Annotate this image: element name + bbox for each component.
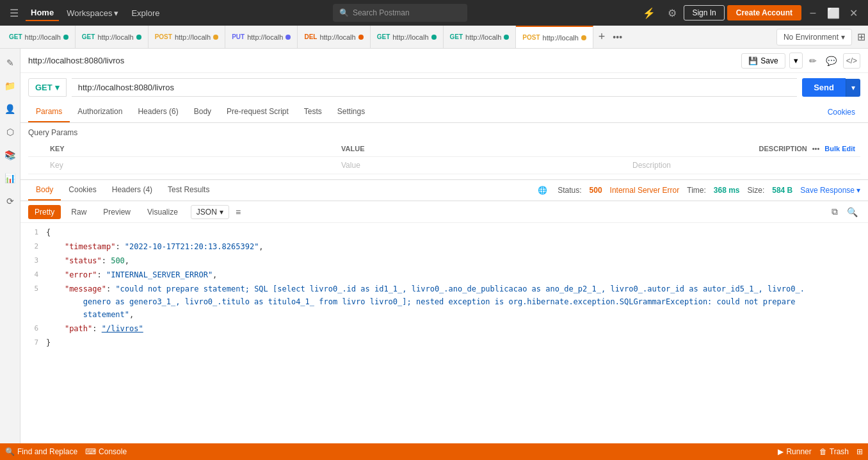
tab-url: http://localh [97, 33, 133, 41]
tab-6[interactable]: GET http://localh [371, 26, 444, 49]
params-more-button[interactable]: ••• [812, 145, 820, 152]
satellite-icon[interactable]: ⚡ [640, 4, 658, 22]
find-replace-button[interactable]: 🔍 Find and Replace [5, 447, 77, 456]
tab-4[interactable]: PUT http://localh [225, 26, 298, 49]
minimize-icon[interactable]: – [804, 4, 822, 22]
tab-authorization[interactable]: Authorization [70, 102, 130, 122]
more-tabs-button[interactable]: ••• [610, 32, 625, 42]
res-tab-headers[interactable]: Headers (4) [104, 180, 160, 201]
layout-icon[interactable]: ⊞ [857, 31, 865, 43]
res-tab-cookies[interactable]: Cookies [61, 180, 104, 201]
nav-workspaces[interactable]: Workspaces ▾ [61, 6, 124, 21]
create-account-button[interactable]: Create Account [727, 5, 801, 21]
response-toolbar: Pretty Raw Preview Visualize JSON ▾ ≡ ⧉ … [20, 201, 868, 223]
tabs-actions: + ••• [596, 30, 625, 44]
send-dropdown-button[interactable]: ▾ [846, 79, 860, 97]
tab-url: http://localh [25, 33, 61, 41]
res-tab-body[interactable]: Body [28, 180, 61, 201]
header-actions: 💾 Save ▾ ✏ 💬 </> [741, 53, 860, 69]
tab-2[interactable]: GET http://localh [76, 26, 149, 49]
time-label: Time: [687, 186, 706, 195]
tab-dot [358, 35, 364, 40]
sign-in-button[interactable]: Sign In [684, 5, 724, 21]
sidebar-icon-api[interactable]: ⬡ [1, 123, 19, 141]
add-tab-button[interactable]: + [596, 30, 608, 44]
maximize-icon[interactable]: ⬜ [824, 4, 842, 22]
res-tab-testresults[interactable]: Test Results [160, 180, 217, 201]
search-response-icon[interactable]: 🔍 [844, 204, 860, 220]
key-cell[interactable]: Key [45, 157, 336, 174]
menu-icon[interactable]: ☰ [5, 4, 23, 22]
tab-dot [504, 35, 509, 40]
sidebar-icon-history[interactable]: ⟳ [1, 192, 19, 210]
tab-settings[interactable]: Settings [330, 102, 373, 122]
tab-1[interactable]: GET http://localh [3, 26, 76, 49]
trash-button[interactable]: 🗑 Trash [819, 447, 849, 456]
save-dropdown-button[interactable]: ▾ [789, 53, 803, 69]
nav-explore[interactable]: Explore [126, 6, 165, 21]
tab-params[interactable]: Params [28, 102, 70, 122]
desc-cell[interactable]: Description [627, 157, 860, 174]
globe-icon[interactable]: 🌐 [538, 186, 547, 195]
tab-8[interactable]: POST http://localh [516, 26, 593, 49]
save-button[interactable]: 💾 Save [741, 53, 785, 69]
sidebar-icon-new[interactable]: ✎ [1, 54, 19, 72]
tab-body[interactable]: Body [186, 102, 219, 122]
bottom-right: ▶ Runner 🗑 Trash ⊞ [778, 447, 863, 456]
code-view[interactable]: 1 { 2 "timestamp": "2022-10-17T21:20:13.… [20, 223, 868, 443]
code-line-6: 6 "path": "/livros" [20, 322, 868, 336]
view-raw-button[interactable]: Raw [65, 205, 93, 219]
code-icon[interactable]: </> [843, 53, 860, 69]
search-placeholder: Search Postman [353, 8, 410, 17]
request-tabs: Params Authorization Headers (6) Body Pr… [20, 102, 868, 123]
method-select[interactable]: GET ▾ [28, 78, 67, 97]
bulk-edit-button[interactable]: Bulk Edit [824, 145, 855, 152]
tab-dot [431, 35, 437, 40]
env-selector[interactable]: No Environment ▾ [776, 29, 852, 45]
tab-url: http://localh [319, 33, 355, 41]
sidebar-icon-library[interactable]: 📚 [1, 146, 19, 164]
view-pretty-button[interactable]: Pretty [28, 205, 61, 219]
sidebar-icon-collection[interactable]: 📁 [1, 77, 19, 95]
tab-3[interactable]: POST http://localh [149, 26, 226, 49]
code-line-1: 1 { [20, 226, 868, 240]
comment-icon[interactable]: 💬 [823, 53, 839, 69]
chevron-down-icon: ▾ [114, 8, 118, 18]
send-button[interactable]: Send [802, 78, 846, 97]
tab-method: POST [155, 33, 172, 40]
view-visualize-button[interactable]: Visualize [141, 205, 184, 219]
save-response-button[interactable]: Save Response ▾ [800, 186, 860, 195]
format-select[interactable]: JSON ▾ [191, 205, 229, 219]
copy-icon[interactable]: ⧉ [829, 204, 840, 220]
wrap-icon[interactable]: ≡ [233, 204, 243, 220]
grid-button[interactable]: ⊞ [856, 447, 863, 456]
cookies-link[interactable]: Cookies [823, 103, 860, 122]
tab-tests[interactable]: Tests [296, 102, 330, 122]
sidebar-icon-monitor[interactable]: 📊 [1, 169, 19, 187]
tab-5[interactable]: DEL http://localh [298, 26, 370, 49]
tab-prerequest[interactable]: Pre-request Script [219, 102, 296, 122]
grid-icon: ⊞ [856, 447, 863, 456]
view-preview-button[interactable]: Preview [97, 205, 137, 219]
request-title: http://localhost:8080/livros [28, 56, 736, 65]
tab-url: http://localh [392, 33, 428, 41]
tab-7[interactable]: GET http://localh [444, 26, 517, 49]
sidebar-icon-team[interactable]: 👤 [1, 100, 19, 118]
runner-icon: ▶ [778, 447, 784, 456]
response-area: Body Cookies Headers (4) Test Results 🌐 … [20, 179, 868, 443]
nav-home[interactable]: Home [26, 5, 59, 21]
search-box[interactable]: 🔍 Search Postman [333, 4, 467, 22]
code-line-7: 7 } [20, 336, 868, 350]
settings-icon[interactable]: ⚙ [663, 4, 681, 22]
tab-headers[interactable]: Headers (6) [130, 102, 186, 122]
close-icon[interactable]: ✕ [845, 4, 863, 22]
search-icon: 🔍 [5, 447, 15, 456]
value-cell[interactable]: Value [336, 157, 627, 174]
tab-url: http://localh [175, 33, 211, 41]
runner-button[interactable]: ▶ Runner [778, 447, 811, 456]
tab-method: POST [522, 34, 540, 41]
console-button[interactable]: ⌨ Console [85, 447, 127, 456]
tab-method: GET [377, 33, 390, 40]
url-input[interactable] [72, 78, 797, 97]
edit-icon[interactable]: ✏ [807, 53, 819, 69]
